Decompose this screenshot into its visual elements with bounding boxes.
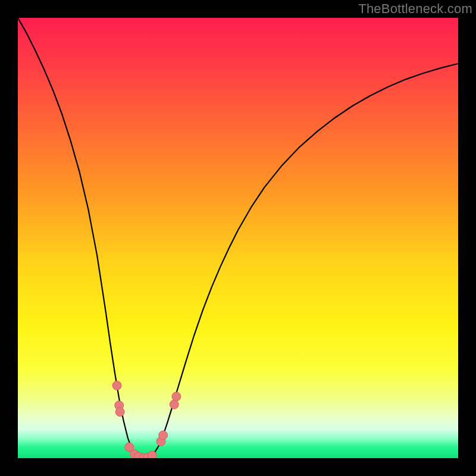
watermark-text: TheBottleneck.com [358, 1, 472, 17]
data-marker [170, 400, 178, 409]
data-marker [172, 392, 181, 401]
gradient-background [18, 18, 458, 458]
data-marker [159, 431, 168, 440]
chart-container: TheBottleneck.com [0, 0, 476, 476]
chart-svg [18, 18, 458, 458]
data-marker [148, 451, 156, 458]
data-marker [115, 408, 124, 416]
plot-area [18, 18, 458, 458]
data-marker [112, 381, 121, 390]
